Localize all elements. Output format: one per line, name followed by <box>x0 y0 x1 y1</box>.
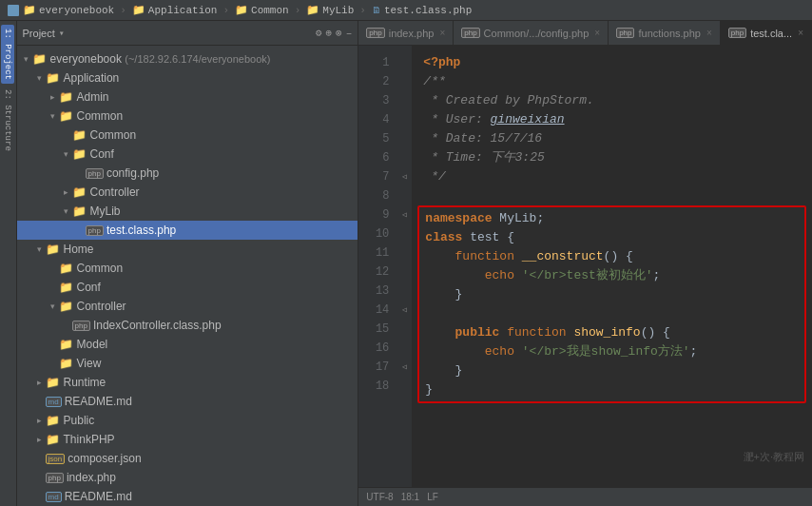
controller-app-folder-icon: 📁 <box>72 185 87 199</box>
code-line-8 <box>423 186 801 205</box>
tab-test-class-badge: php <box>728 28 746 38</box>
tree-admin[interactable]: 📁 Admin <box>17 88 358 107</box>
readme-root-label: README.md <box>65 490 132 503</box>
tree-root[interactable]: 📁 everyonebook (~/182.92.6.174/everyoneb… <box>17 49 358 68</box>
tree-config-php[interactable]: php config.php <box>17 164 358 183</box>
common-inner-folder-icon: 📁 <box>72 128 87 142</box>
runtime-label: Runtime <box>64 376 106 389</box>
code-line-17: } <box>425 361 799 380</box>
home-common-folder-icon: 📁 <box>59 262 73 275</box>
runtime-arrow <box>34 377 46 388</box>
readme-root-badge: md <box>46 492 62 502</box>
tab-functions-close[interactable]: × <box>706 28 712 38</box>
tree-common-app[interactable]: 📁 Common <box>17 107 358 126</box>
index-php-arrow <box>34 472 46 483</box>
panel-sync-btn[interactable]: ⚙ <box>316 27 322 39</box>
home-model-arrow <box>48 339 59 350</box>
code-line-10: class test { <box>425 228 799 247</box>
tree-conf[interactable]: 📁 Conf <box>17 145 358 164</box>
tree-home-common[interactable]: 📁 Common <box>17 259 358 278</box>
tab-bar: php index.php × php Common/.../config.ph… <box>358 21 812 46</box>
index-controller-badge: php <box>72 321 90 331</box>
file-tree: 📁 everyonebook (~/182.92.6.174/everyoneb… <box>17 46 358 506</box>
sidebar-project-tab[interactable]: 1: Project <box>1 25 14 84</box>
tree-thinkphp[interactable]: 📁 ThinkPHP <box>17 430 358 449</box>
code-line-11: function __construct() { <box>425 247 799 266</box>
tree-application[interactable]: 📁 Application <box>17 68 358 88</box>
tab-test-class-close[interactable]: × <box>798 28 803 38</box>
readme-top-badge: md <box>46 397 62 407</box>
tab-functions-php[interactable]: php functions.php × <box>609 21 721 46</box>
code-editor[interactable]: 1 2 3 4 5 6 7 8 9 10 11 12 13 14 15 16 1… <box>358 46 812 487</box>
config-php-badge: php <box>86 168 104 179</box>
common-inner-label: Common <box>90 128 137 142</box>
tree-controller-app[interactable]: 📁 Controller <box>17 183 358 202</box>
tab-test-class-label: test.cla... <box>750 28 792 39</box>
code-content[interactable]: <?php /** * Created by PhpStorm. * User:… <box>412 46 812 487</box>
tree-home-model[interactable]: 📁 Model <box>17 335 358 354</box>
tab-config-close[interactable]: × <box>594 28 600 38</box>
tab-config-php[interactable]: php Common/.../config.php × <box>454 21 609 46</box>
panel-collapse-btn[interactable]: ⊕ <box>325 27 332 39</box>
gutter-10: ◁ <box>396 205 412 224</box>
home-common-label: Common <box>77 262 124 275</box>
panel-hide-btn[interactable]: – <box>346 28 353 39</box>
root-arrow <box>21 53 32 65</box>
gutter-9 <box>396 186 412 205</box>
public-label: Public <box>64 414 95 427</box>
tree-composer[interactable]: json composer.json <box>17 449 358 468</box>
tree-mylib[interactable]: 📁 MyLib <box>17 202 358 221</box>
tab-functions-badge: php <box>616 28 634 38</box>
code-line-2: /** <box>423 72 801 91</box>
panel-header: Project ▾ ⚙ ⊕ ⊗ – <box>17 21 358 46</box>
conf-arrow <box>61 148 72 160</box>
root-label: everyonebook (~/182.92.6.174/everyoneboo… <box>50 52 271 66</box>
tree-home[interactable]: 📁 Home <box>17 240 358 259</box>
tree-common-inner[interactable]: 📁 Common <box>17 126 358 145</box>
tree-home-view[interactable]: 📁 View <box>17 354 358 373</box>
panel-settings-btn[interactable]: ⊗ <box>336 27 342 39</box>
gutter-4 <box>396 91 412 110</box>
gutter-3 <box>396 72 412 91</box>
tree-home-conf[interactable]: 📁 Conf <box>17 278 358 297</box>
thinkphp-arrow <box>34 434 46 445</box>
home-model-folder-icon: 📁 <box>59 338 73 351</box>
common-inner-arrow <box>61 129 72 141</box>
index-php-label: index.php <box>67 471 116 484</box>
composer-label: composer.json <box>68 452 141 465</box>
index-controller-arrow <box>61 320 72 331</box>
breadcrumb-application: 📁 Application <box>132 4 218 16</box>
tab-index-php-close[interactable]: × <box>439 28 445 38</box>
public-folder-icon: 📁 <box>46 414 60 427</box>
home-view-label: View <box>77 357 102 370</box>
tree-readme-top[interactable]: md README.md <box>17 392 358 411</box>
highlighted-block: namespace MyLib; class test { function _… <box>417 205 806 403</box>
tree-runtime[interactable]: 📁 Runtime <box>17 373 358 392</box>
tree-readme-root[interactable]: md README.md <box>17 487 358 506</box>
tree-test-class[interactable]: php test.class.php <box>17 221 358 240</box>
sidebar-structure-tab[interactable]: 2: Structure <box>1 86 14 155</box>
status-encoding: UTF-8 <box>366 492 393 502</box>
editor-area: php index.php × php Common/.../config.ph… <box>358 21 812 506</box>
tree-index-controller[interactable]: php IndexController.class.php <box>17 316 358 335</box>
tab-index-php[interactable]: php index.php × <box>358 21 454 46</box>
admin-label: Admin <box>77 90 109 104</box>
home-view-folder-icon: 📁 <box>59 357 73 370</box>
mylib-label: MyLib <box>90 204 121 218</box>
tab-test-class[interactable]: php test.cla... × <box>721 21 812 46</box>
tree-index-php[interactable]: php index.php <box>17 468 358 487</box>
tree-public[interactable]: 📁 Public <box>17 411 358 430</box>
status-bar: UTF-8 18:1 LF <box>358 487 812 506</box>
panel-dropdown-arrow[interactable]: ▾ <box>59 28 65 39</box>
gutter-16 <box>396 320 412 339</box>
status-line: 18:1 <box>401 492 419 502</box>
code-line-16: echo '</br>我是show_info方法'; <box>425 342 799 361</box>
config-php-label: config.php <box>106 166 159 180</box>
home-conf-arrow <box>48 282 59 293</box>
application-label: Application <box>64 71 120 85</box>
tree-home-controller[interactable]: 📁 Controller <box>17 297 358 316</box>
thinkphp-folder-icon: 📁 <box>46 433 60 446</box>
public-arrow <box>34 415 46 426</box>
code-line-4: * User: ginweixian <box>423 110 801 129</box>
gutter-2 <box>396 53 412 72</box>
